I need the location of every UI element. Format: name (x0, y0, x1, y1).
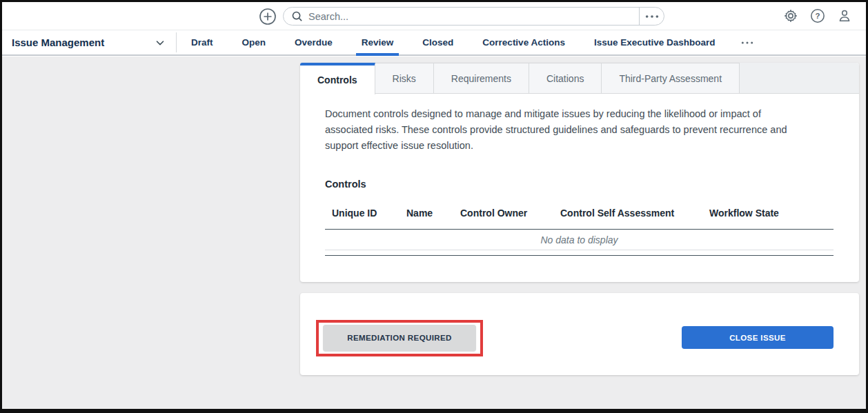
column-header-workflow-state[interactable]: Workflow State (709, 208, 834, 219)
plus-circle-icon (259, 8, 277, 26)
more-options-icon (644, 14, 660, 19)
chevron-down-icon (154, 37, 166, 49)
global-search (283, 7, 664, 26)
nav-tab-review[interactable]: Review (347, 30, 408, 54)
table-bottom-border (325, 255, 834, 256)
nav-tab-corrective-actions[interactable]: Corrective Actions (468, 30, 580, 54)
tab-third-party-assessment[interactable]: Third-Party Assessment (602, 63, 740, 93)
search-icon (291, 10, 303, 22)
page-background: Controls Risks Requirements Citations Th… (2, 57, 866, 409)
help-icon: ? (810, 8, 825, 23)
application-nav-bar: Issue Management Draft Open Overdue Revi… (2, 30, 866, 56)
nav-tab-overdue[interactable]: Overdue (280, 30, 347, 54)
topbar-icon-group: ? (783, 8, 852, 23)
nav-tab-issue-executive-dashboard[interactable]: Issue Executive Dashboard (580, 30, 730, 54)
user-icon (837, 8, 852, 23)
app-switcher[interactable]: Issue Management (2, 30, 176, 54)
search-options-button[interactable] (639, 7, 664, 26)
app-title: Issue Management (12, 37, 104, 48)
table-empty-message: No data to display (325, 230, 834, 250)
nav-tab-open[interactable]: Open (228, 30, 281, 54)
user-profile-button[interactable] (837, 8, 852, 23)
close-issue-button[interactable]: CLOSE ISSUE (682, 326, 834, 349)
gear-icon (783, 8, 798, 23)
active-tab-underline (356, 53, 400, 56)
column-header-control-self-assessment[interactable]: Control Self Assessment (560, 208, 709, 219)
nav-tab-closed[interactable]: Closed (408, 30, 468, 54)
relationship-tabs: Controls Risks Requirements Citations Th… (300, 63, 859, 94)
create-new-button[interactable] (259, 8, 277, 26)
tab-controls[interactable]: Controls (300, 63, 375, 94)
controls-description: Document controls designed to manage and… (325, 106, 808, 154)
ellipsis-icon (740, 40, 754, 46)
nav-more-button[interactable] (729, 30, 765, 54)
workflow-actions-panel: REMEDIATION REQUIRED CLOSE ISSUE (300, 293, 859, 375)
tab-risks[interactable]: Risks (375, 63, 434, 93)
remediation-required-button[interactable]: REMEDIATION REQUIRED (323, 325, 476, 351)
workflow-tabs: Draft Open Overdue Review Closed Correct… (177, 30, 765, 54)
column-header-control-owner[interactable]: Control Owner (460, 208, 560, 219)
controls-section-title: Controls (325, 179, 834, 190)
nav-tab-draft[interactable]: Draft (177, 30, 228, 54)
settings-button[interactable] (783, 8, 798, 23)
search-input[interactable] (308, 11, 639, 22)
tab-citations[interactable]: Citations (529, 63, 602, 93)
svg-text:?: ? (816, 12, 820, 20)
controls-tab-body: Document controls designed to manage and… (300, 94, 859, 256)
help-button[interactable]: ? (810, 8, 825, 23)
top-bar: ? (2, 2, 866, 30)
column-header-name[interactable]: Name (406, 208, 460, 219)
column-header-unique-id[interactable]: Unique ID (332, 208, 406, 219)
controls-table-header: Unique ID Name Control Owner Control Sel… (325, 208, 834, 229)
controls-panel: Controls Risks Requirements Citations Th… (300, 63, 859, 282)
tab-requirements[interactable]: Requirements (434, 63, 529, 93)
app-window: ? Issue Management Draft Ope (0, 0, 868, 413)
